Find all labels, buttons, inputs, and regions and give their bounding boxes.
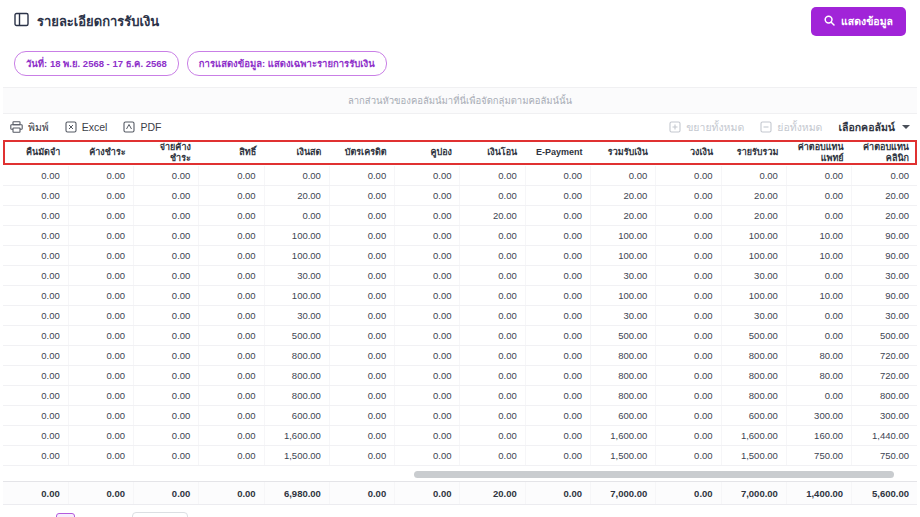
cell: 0.00 [68, 406, 133, 426]
cell: 10.00 [786, 286, 851, 306]
cell: 300.00 [786, 406, 851, 426]
cell: 0.00 [525, 306, 590, 326]
column-header-4[interactable]: สิทธิ์ [199, 140, 264, 166]
cell: 0.00 [329, 206, 394, 226]
cell: 0.00 [199, 406, 264, 426]
first-page-button[interactable]: « [12, 513, 31, 517]
cell: 100.00 [591, 226, 656, 246]
table-row: 0.000.000.000.001,600.000.000.000.000.00… [3, 426, 917, 446]
choose-columns-button[interactable]: เลือกคอลัมน์ [838, 119, 910, 136]
cell: 0.00 [395, 346, 460, 366]
cell: 0.00 [656, 406, 721, 426]
column-header-11[interactable]: วงเงิน [656, 140, 721, 166]
cell: 0.00 [329, 366, 394, 386]
cell: 0.00 [460, 186, 525, 206]
cell: 0.00 [68, 246, 133, 266]
column-header-2[interactable]: ค้างชำระ [68, 140, 133, 166]
table-row: 0.000.000.000.0030.000.000.000.000.0030.… [3, 266, 917, 286]
cell: 0.00 [68, 306, 133, 326]
cell: 800.00 [591, 366, 656, 386]
print-button[interactable]: พิมพ์ [10, 119, 49, 136]
cell: 800.00 [852, 386, 917, 406]
column-header-10[interactable]: รวมรับเงิน [591, 140, 656, 166]
cell: 0.00 [656, 166, 721, 186]
show-data-button[interactable]: แสดงข้อมูล [811, 7, 906, 36]
table-row: 0.000.000.000.00600.000.000.000.000.0060… [3, 406, 917, 426]
cell: 0.00 [656, 306, 721, 326]
cell: 0.00 [395, 206, 460, 226]
cell: 0.00 [199, 286, 264, 306]
column-header-9[interactable]: E-Payment [525, 140, 590, 166]
cell: 20.00 [721, 206, 786, 226]
cell: 80.00 [786, 346, 851, 366]
export-excel-button[interactable]: Excel [65, 121, 108, 133]
cell: 0.00 [852, 166, 917, 186]
cell: 800.00 [264, 386, 329, 406]
column-header-6[interactable]: บัตรเครดิต [329, 140, 394, 166]
column-header-12[interactable]: รายรับรวม [721, 140, 786, 166]
cell: 0.00 [134, 166, 199, 186]
export-excel-label: Excel [82, 121, 108, 133]
cell: 0.00 [656, 426, 721, 446]
pagination-footer: « ‹ 1 › » 20 1 จาก 1 หน้า (15 รายการ) [0, 505, 920, 517]
expand-all-button[interactable]: ขยายทั้งหมด [669, 119, 744, 136]
column-header-3[interactable]: จ่ายค้างชำระ [134, 140, 199, 166]
next-page-button[interactable]: › [78, 513, 97, 517]
excel-file-icon [65, 121, 77, 133]
total-cell: 0.00 [395, 482, 460, 505]
table-row: 0.000.000.000.000.000.000.0020.000.0020.… [3, 206, 917, 226]
cell: 1,600.00 [721, 426, 786, 446]
date-filter-chip[interactable]: วันที่: 18 พ.ย. 2568 - 17 ธ.ค. 2568 [14, 51, 179, 76]
column-header-14[interactable]: ค่าตอบแทนคลินิก [852, 140, 917, 166]
current-page-button[interactable]: 1 [56, 513, 75, 517]
cell: 0.00 [199, 206, 264, 226]
cell: 0.00 [199, 446, 264, 466]
column-header-5[interactable]: เงินสด [264, 140, 329, 166]
expand-all-icon [669, 121, 681, 133]
cell: 20.00 [460, 206, 525, 226]
column-header-1[interactable]: คืนมัดจำ [3, 140, 68, 166]
cell: 0.00 [134, 406, 199, 426]
table-row: 0.000.000.000.00100.000.000.000.000.0010… [3, 226, 917, 246]
cell: 720.00 [852, 366, 917, 386]
cell: 0.00 [134, 206, 199, 226]
page-size-select[interactable]: 20 [132, 512, 188, 517]
cell: 0.00 [68, 166, 133, 186]
display-filter-chip[interactable]: การแสดงข้อมูล: แสดงเฉพาะรายการรับเงิน [187, 51, 387, 76]
cell: 0.00 [395, 386, 460, 406]
cell: 0.00 [395, 226, 460, 246]
cell: 0.00 [134, 346, 199, 366]
cell: 800.00 [721, 386, 786, 406]
cell: 0.00 [134, 186, 199, 206]
cell: 0.00 [525, 366, 590, 386]
cell: 1,500.00 [721, 446, 786, 466]
cell: 0.00 [134, 446, 199, 466]
column-header-13[interactable]: ค่าตอบแทนแพทย์ [786, 140, 851, 166]
cell: 0.00 [460, 286, 525, 306]
table-toolbar: พิมพ์ Excel PDF [0, 114, 920, 140]
cell: 20.00 [591, 206, 656, 226]
cell: 0.00 [395, 186, 460, 206]
cell: 0.00 [395, 166, 460, 186]
cell: 30.00 [591, 306, 656, 326]
group-by-panel[interactable]: ลากส่วนหัวของคอลัมน์มาที่นี่เพื่อจัดกลุ่… [3, 87, 917, 114]
previous-page-button[interactable]: ‹ [34, 513, 53, 517]
cell: 0.00 [3, 446, 68, 466]
collapse-all-button[interactable]: ย่อทั้งหมด [760, 119, 822, 136]
last-page-button[interactable]: » [100, 513, 119, 517]
total-cell: 0.00 [134, 482, 199, 505]
export-pdf-button[interactable]: PDF [123, 121, 161, 133]
cell: 0.00 [134, 226, 199, 246]
table-row: 0.000.000.000.00800.000.000.000.000.0080… [3, 366, 917, 386]
cell: 0.00 [3, 406, 68, 426]
cell: 500.00 [264, 326, 329, 346]
table-row: 0.000.000.000.000.000.000.000.000.000.00… [3, 166, 917, 186]
cell: 0.00 [721, 166, 786, 186]
column-header-8[interactable]: เงินโอน [460, 140, 525, 166]
cell: 0.00 [656, 246, 721, 266]
column-header-7[interactable]: คูปอง [395, 140, 460, 166]
cell: 0.00 [460, 426, 525, 446]
horizontal-scrollbar-thumb[interactable] [414, 471, 894, 478]
cell: 0.00 [199, 246, 264, 266]
cell: 0.00 [395, 426, 460, 446]
